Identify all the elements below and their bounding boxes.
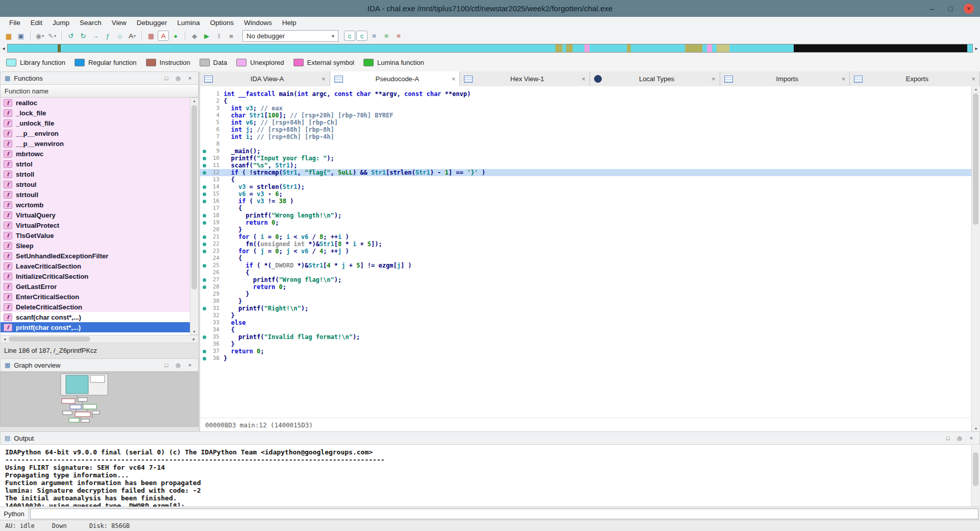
breakpoint-list-icon[interactable]: ≡ — [369, 30, 380, 41]
open-file-icon[interactable]: ▆ — [3, 30, 14, 41]
breakpoint-dot-icon[interactable] — [203, 264, 206, 268]
jump-address-icon[interactable]: → — [90, 30, 101, 41]
breakpoint-dot-icon[interactable] — [203, 278, 206, 282]
breakpoint-dot-icon[interactable] — [203, 171, 206, 175]
code-line[interactable]: 25 if ( *(_DWORD *)&Str1[4 * j + 5] != e… — [200, 262, 971, 269]
breakpoint-dot-icon[interactable] — [203, 221, 206, 225]
breakpoint-dot-icon[interactable] — [203, 235, 206, 239]
code-line[interactable]: 33 else — [200, 319, 971, 326]
code-line[interactable]: 34 { — [200, 326, 971, 333]
tab-exports[interactable]: Exports× — [850, 71, 980, 86]
tab-pseudocode-a[interactable]: Pseudocode-A× — [330, 71, 460, 86]
text-format-icon[interactable]: A▾ — [127, 30, 138, 41]
tab-close-icon[interactable]: × — [581, 75, 585, 83]
scroll-down-arrow[interactable]: ▾ — [190, 329, 198, 334]
menu-item-jump[interactable]: Jump — [47, 17, 75, 29]
function-row[interactable]: fstrtol — [1, 159, 190, 169]
code-line[interactable]: 18 printf("Wrong length!\n"); — [200, 212, 971, 219]
code-line[interactable]: 10 printf("Input your flag: "); — [200, 155, 971, 162]
graph-overview-minimap[interactable] — [0, 372, 199, 427]
scrollbar-thumb[interactable] — [973, 452, 978, 486]
output-pin-button[interactable]: ◎ — [955, 434, 964, 442]
function-row[interactable]: fwcrtomb — [1, 200, 190, 210]
tab-hex-view-1[interactable]: Hex View-1× — [460, 71, 590, 86]
function-row[interactable]: fmbrtowc — [1, 149, 190, 159]
function-row[interactable]: f__p__environ — [1, 128, 190, 138]
minimize-button[interactable]: – — [927, 4, 937, 14]
menu-item-options[interactable]: Options — [205, 17, 239, 29]
function-row[interactable]: f__p__wenviron — [1, 138, 190, 149]
function-row[interactable]: fprintf(char const*,...) — [1, 322, 190, 332]
tab-close-icon[interactable]: × — [322, 75, 326, 83]
function-row[interactable]: fstrtoll — [1, 169, 190, 179]
code-line[interactable]: 35 printf("Invalid flag format!\n"); — [200, 333, 971, 341]
code-line[interactable]: 6 int j; // [rsp+88h] [rbp-8h] — [200, 126, 971, 133]
code-line[interactable]: 28 return 0; — [200, 283, 971, 291]
thread-list-icon[interactable]: ≡ — [393, 30, 404, 41]
breakpoint-dot-icon[interactable] — [203, 350, 206, 353]
breakpoint-dot-icon[interactable] — [203, 192, 206, 196]
reanalyze-icon[interactable]: ◉▾ — [34, 30, 45, 41]
python-input[interactable] — [30, 509, 978, 519]
code-line[interactable]: 38} — [200, 355, 971, 362]
functions-vertical-scrollbar[interactable]: ▴ ▾ — [190, 98, 199, 335]
breakpoint-dot-icon[interactable] — [203, 214, 206, 218]
graph-minimap-svg[interactable] — [1, 372, 198, 426]
code-line[interactable]: 23 for ( j = 0; j < v6 / 4; ++j ) — [200, 248, 971, 255]
function-row[interactable]: f_unlock_file — [1, 118, 190, 128]
function-row[interactable]: fVirtualQuery — [1, 210, 190, 220]
jump-function-icon[interactable]: ƒ — [102, 30, 113, 41]
pause-process-icon[interactable]: ‖ — [213, 30, 225, 41]
module-list-icon[interactable]: ≡ — [381, 30, 392, 41]
scrollbar-track[interactable] — [9, 335, 190, 343]
tab-imports[interactable]: Imports× — [720, 71, 850, 86]
code-line[interactable]: 2{ — [200, 98, 971, 105]
function-row[interactable]: fstrtoull — [1, 189, 190, 200]
pseudocode-view[interactable]: 1int __fastcall main(int argc, const cha… — [200, 86, 971, 431]
breakpoint-dot-icon[interactable] — [203, 150, 206, 153]
save-icon[interactable]: ▣ — [15, 30, 27, 41]
debugger-select[interactable]: No debugger▾ — [242, 30, 338, 42]
code-line[interactable]: 11 scanf("%s", Str1); — [200, 162, 971, 169]
code-line[interactable]: 31 printf("Right!\n"); — [200, 305, 971, 312]
function-row[interactable]: fLeaveCriticalSection — [1, 261, 190, 271]
function-row[interactable]: fVirtualProtect — [1, 220, 190, 230]
functions-column-header[interactable]: Function name — [0, 85, 199, 98]
scroll-up-arrow[interactable]: ▴ — [190, 99, 198, 103]
breakpoint-dot-icon[interactable] — [203, 243, 206, 246]
functions-horizontal-scrollbar[interactable]: ◂ ▸ — [0, 335, 199, 343]
python-label[interactable]: Python — [0, 507, 29, 520]
tab-close-icon[interactable]: × — [842, 75, 846, 83]
breakpoint-dot-icon[interactable] — [203, 285, 206, 289]
jump-forward-icon[interactable]: ↻ — [78, 30, 89, 41]
menu-item-debugger[interactable]: Debugger — [132, 17, 172, 29]
breakpoint-dot-icon[interactable] — [203, 185, 206, 189]
define-string-icon[interactable]: A — [158, 31, 169, 41]
code-line[interactable]: 20 } — [200, 226, 971, 233]
breakpoint-dot-icon[interactable] — [203, 307, 206, 310]
graph-float-button[interactable]: □ — [162, 361, 170, 369]
output-float-button[interactable]: □ — [944, 434, 952, 442]
navband-right-arrow[interactable]: ▸ — [973, 45, 980, 51]
menu-item-search[interactable]: Search — [75, 17, 107, 29]
code-line[interactable]: 15 v6 = v3 - 6; — [200, 190, 971, 198]
functions-close-button[interactable]: × — [186, 74, 194, 82]
code-line[interactable]: 12 if ( !strncmp(Str1, "flag{", 5uLL) &&… — [200, 169, 971, 176]
code-line[interactable]: 16 if ( v3 != 38 ) — [200, 198, 971, 205]
breakpoint-dot-icon[interactable] — [203, 335, 206, 339]
tab-close-icon[interactable]: × — [712, 75, 716, 83]
function-row[interactable]: fSetUnhandledExceptionFilter — [1, 251, 190, 261]
close-button[interactable]: × — [964, 4, 974, 14]
scrollbar-thumb[interactable] — [9, 336, 90, 342]
code-line[interactable]: 30 } — [200, 298, 971, 305]
breakpoint-dot-icon[interactable] — [203, 250, 206, 253]
define-data-icon[interactable]: ▦ — [145, 30, 157, 41]
code-line[interactable]: 3 int v3; // eax — [200, 105, 971, 112]
jump-entry-icon[interactable]: ⌂ — [114, 30, 126, 41]
output-vertical-scrollbar[interactable] — [971, 445, 980, 506]
scroll-right-arrow[interactable]: ▸ — [190, 336, 198, 342]
code-line[interactable]: 26 { — [200, 269, 971, 276]
function-row[interactable]: fEnterCriticalSection — [1, 292, 190, 302]
menu-item-lumina[interactable]: Lumina — [172, 17, 205, 29]
output-log[interactable]: IDAPython 64-bit v9.0.0 final (serial 0)… — [0, 445, 971, 506]
